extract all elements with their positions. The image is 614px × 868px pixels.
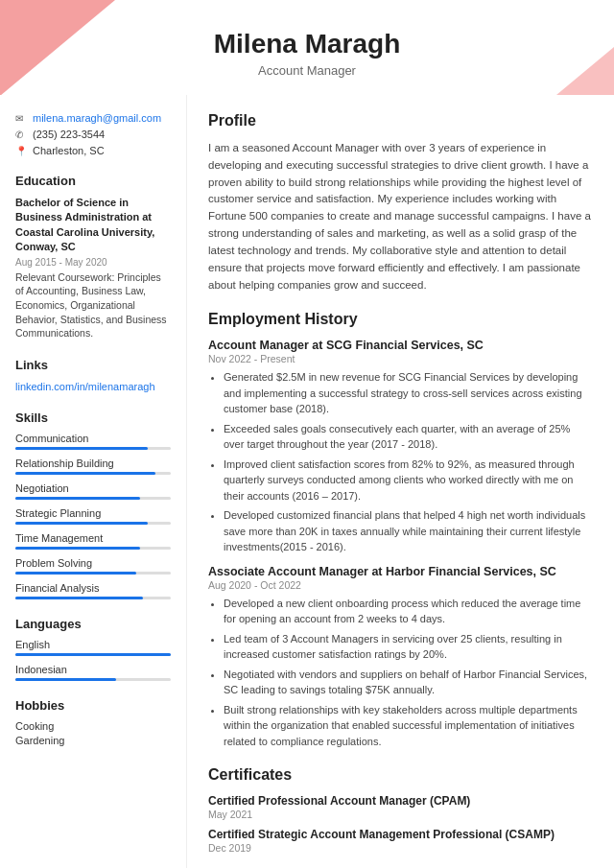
skill-bar-fill bbox=[15, 447, 148, 450]
skill-bar-bg bbox=[15, 597, 171, 599]
language-item: Indonesian bbox=[15, 664, 171, 681]
skills-section: Skills Communication Relationship Buildi… bbox=[15, 411, 171, 599]
cert-date: Dec 2019 bbox=[208, 842, 593, 854]
profile-section: Profile I am a seasoned Account Manager … bbox=[208, 112, 593, 293]
jobs-list: Account Manager at SCG Financial Service… bbox=[208, 339, 593, 749]
certificates-title: Certificates bbox=[208, 766, 593, 786]
location-text: Charleston, SC bbox=[33, 145, 105, 156]
skill-bar-bg bbox=[15, 547, 171, 550]
skill-item: Financial Analysis bbox=[15, 582, 171, 599]
job-entry: Associate Account Manager at Harbor Fina… bbox=[208, 565, 593, 750]
skill-name: Time Management bbox=[15, 532, 171, 544]
language-bar-bg bbox=[15, 653, 171, 656]
skill-bar-fill bbox=[15, 497, 140, 500]
job-title: Account Manager at SCG Financial Service… bbox=[208, 339, 593, 352]
phone-text: (235) 223-3544 bbox=[33, 129, 105, 140]
language-name: Indonesian bbox=[15, 664, 171, 675]
employment-title: Employment History bbox=[208, 311, 593, 331]
certificate-entry: Certified Professional Account Manager (… bbox=[208, 794, 593, 820]
header: Milena Maragh Account Manager bbox=[0, 0, 614, 95]
skills-list: Communication Relationship Building Nego… bbox=[15, 433, 171, 599]
email-item: ✉ milena.maragh@gmail.com bbox=[15, 112, 171, 124]
job-bullet: Developed customized financial plans tha… bbox=[224, 507, 593, 555]
cert-date: May 2021 bbox=[208, 809, 593, 820]
employment-section: Employment History Account Manager at SC… bbox=[208, 311, 593, 749]
skill-bar-fill bbox=[15, 522, 148, 525]
certificates-section: Certificates Certified Professional Acco… bbox=[208, 766, 593, 854]
language-item: English bbox=[15, 639, 171, 656]
job-bullets: Developed a new client onboarding proces… bbox=[208, 596, 593, 750]
skill-item: Time Management bbox=[15, 532, 171, 550]
skill-bar-fill bbox=[15, 597, 143, 599]
skill-bar-fill bbox=[15, 547, 140, 550]
email-link[interactable]: milena.maragh@gmail.com bbox=[33, 112, 161, 124]
location-icon: 📍 bbox=[15, 146, 27, 156]
location-item: 📍 Charleston, SC bbox=[15, 145, 171, 156]
languages-list: English Indonesian bbox=[15, 639, 171, 681]
languages-section: Languages English Indonesian bbox=[15, 617, 171, 681]
skill-bar-bg bbox=[15, 472, 171, 475]
job-entry: Account Manager at SCG Financial Service… bbox=[208, 339, 593, 555]
job-date: Nov 2022 - Present bbox=[208, 353, 593, 364]
languages-title: Languages bbox=[15, 617, 171, 631]
skill-bar-fill bbox=[15, 572, 136, 575]
language-name: English bbox=[15, 639, 171, 650]
skill-name: Relationship Building bbox=[15, 457, 171, 469]
hobbies-title: Hobbies bbox=[15, 698, 171, 713]
candidate-name: Milena Maragh bbox=[19, 29, 595, 59]
language-bar-fill bbox=[15, 653, 171, 656]
phone-icon: ✆ bbox=[15, 129, 27, 140]
links-title: Links bbox=[15, 358, 171, 372]
skill-item: Relationship Building bbox=[15, 457, 171, 475]
skill-name: Negotiation bbox=[15, 482, 171, 494]
hobbies-list: CookingGardening bbox=[15, 720, 171, 746]
certificate-entry: Certified Strategic Account Management P… bbox=[208, 828, 593, 854]
skill-bar-fill bbox=[15, 472, 155, 475]
phone-item: ✆ (235) 223-3544 bbox=[15, 129, 171, 140]
skill-bar-bg bbox=[15, 447, 171, 450]
main-content: Profile I am a seasoned Account Manager … bbox=[187, 95, 614, 868]
links-section: Links linkedin.com/in/milenamaragh bbox=[15, 358, 171, 393]
skill-name: Strategic Planning bbox=[15, 507, 171, 519]
skill-bar-bg bbox=[15, 572, 171, 575]
email-icon: ✉ bbox=[15, 113, 27, 124]
skill-bar-bg bbox=[15, 497, 171, 500]
cert-name: Certified Professional Account Manager (… bbox=[208, 794, 593, 808]
profile-title: Profile bbox=[208, 112, 593, 132]
skill-name: Problem Solving bbox=[15, 557, 171, 569]
job-bullet: Led team of 3 Account Managers in servic… bbox=[224, 631, 593, 663]
job-date: Aug 2020 - Oct 2022 bbox=[208, 579, 593, 591]
education-dates: Aug 2015 - May 2020 bbox=[15, 257, 171, 268]
language-bar-bg bbox=[15, 678, 171, 681]
hobby-item: Cooking bbox=[15, 720, 171, 732]
cert-name: Certified Strategic Account Management P… bbox=[208, 828, 593, 841]
certs-list: Certified Professional Account Manager (… bbox=[208, 794, 593, 854]
job-bullet: Improved client satisfaction scores from… bbox=[224, 457, 593, 504]
main-layout: ✉ milena.maragh@gmail.com ✆ (235) 223-35… bbox=[0, 95, 614, 868]
skill-item: Strategic Planning bbox=[15, 507, 171, 525]
hobbies-section: Hobbies CookingGardening bbox=[15, 698, 171, 746]
sidebar: ✉ milena.maragh@gmail.com ✆ (235) 223-35… bbox=[0, 95, 187, 868]
skill-bar-bg bbox=[15, 522, 171, 525]
skill-item: Negotiation bbox=[15, 482, 171, 500]
linkedin-link[interactable]: linkedin.com/in/milenamaragh bbox=[15, 381, 155, 392]
job-bullet: Negotiated with vendors and suppliers on… bbox=[224, 667, 593, 698]
contact-section: ✉ milena.maragh@gmail.com ✆ (235) 223-35… bbox=[15, 112, 171, 156]
skill-item: Communication bbox=[15, 433, 171, 450]
skill-name: Communication bbox=[15, 433, 171, 444]
hobby-item: Gardening bbox=[15, 735, 171, 746]
profile-text: I am a seasoned Account Manager with ove… bbox=[208, 140, 593, 293]
job-bullets: Generated $2.5M in new revenue for SCG F… bbox=[208, 369, 593, 555]
job-bullet: Exceeded sales goals consecutively each … bbox=[224, 421, 593, 453]
education-coursework: Relevant Coursework: Principles of Accou… bbox=[15, 270, 171, 340]
skills-title: Skills bbox=[15, 411, 171, 425]
candidate-title: Account Manager bbox=[19, 63, 595, 78]
job-bullet: Developed a new client onboarding proces… bbox=[224, 596, 593, 627]
skill-name: Financial Analysis bbox=[15, 582, 171, 594]
education-degree: Bachelor of Science in Business Administ… bbox=[15, 196, 171, 255]
job-title: Associate Account Manager at Harbor Fina… bbox=[208, 565, 593, 578]
job-bullet: Built strong relationships with key stak… bbox=[224, 702, 593, 750]
language-bar-fill bbox=[15, 678, 116, 681]
job-bullet: Generated $2.5M in new revenue for SCG F… bbox=[224, 369, 593, 417]
education-title: Education bbox=[15, 174, 171, 188]
